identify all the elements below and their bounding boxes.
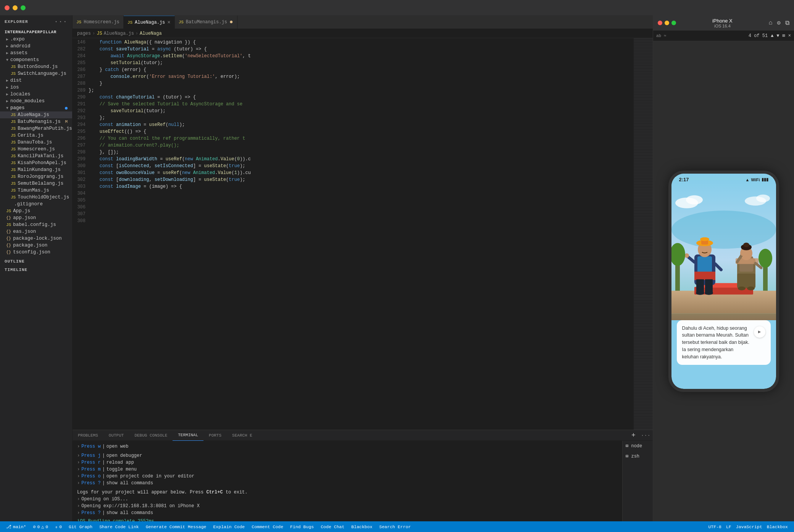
sidebar-item-pages[interactable]: ▼ pages [0,105,72,111]
panel-more-icon[interactable]: ··· [639,432,653,438]
minimap-content [634,38,653,430]
search-close-icon[interactable]: × [788,33,791,39]
statusbar-language[interactable]: JavaScript [734,524,765,529]
js-file-icon: JS [11,64,16,69]
statusbar-generate-commit[interactable]: Generate Commit Message [144,521,209,532]
new-terminal-button[interactable]: + [628,432,639,439]
sidebar-item-rorojonggrang[interactable]: JS RoroJonggrang.js [0,173,72,180]
panel-tab-ports[interactable]: PORTS [203,430,227,441]
terminal-session-zsh[interactable]: ⊞ zsh [623,451,653,461]
sidebar-item-semutbelalang[interactable]: JS SemutBelalang.js [0,180,72,187]
statusbar-search-error[interactable]: Search Error [377,521,413,532]
terminal-content[interactable]: › Press w | open web › Press j | open de… [73,441,622,521]
sidebar-item-kancilpaktani[interactable]: JS KancilPakTani.js [0,153,72,160]
statusbar-comment-code[interactable]: Comment Code [249,521,286,532]
sidebar-item-aluenaga[interactable]: JS AlueNaga.js [0,111,72,118]
sidebar-item-switchlanguage[interactable]: JS SwitchLanguage.js [0,70,72,77]
breadcrumb-aluenaga-file[interactable]: AlueNaga.js [104,31,134,36]
sidebar-item-danautoba[interactable]: JS DanauToba.js [0,139,72,146]
sidebar-item-dist[interactable]: ▶ dist [0,77,72,84]
blackbox-label: Blackbox [351,524,372,529]
js-file-icon: JS [11,113,16,117]
statusbar-code-chat[interactable]: Code Chat [318,521,347,532]
minimize-button[interactable] [13,5,18,10]
next-story-button[interactable]: ▶ [754,326,765,338]
sidebar-item-android[interactable]: ▶ android [0,43,72,50]
sidebar-item-packagejson[interactable]: {} package.json [0,242,72,249]
sidebar-item-appjs[interactable]: JS App.js [0,208,72,214]
sidebar-item-kisahphonapel[interactable]: JS KisahPohonApel.js [0,160,72,166]
camera-icon[interactable]: ⊙ [777,19,781,27]
statusbar-share-code-link[interactable]: Share Code Link [97,521,141,532]
statusbar-find-bugs[interactable]: Find Bugs [288,521,316,532]
search-down-icon[interactable]: ▼ [776,33,779,39]
sidebar-item-malinkundang[interactable]: JS MalinKundang.js [0,166,72,173]
code-line: // You can control the ref programmatica… [89,135,634,142]
iphone-status-bar: 2:17 ▲ WiFi ▮▮▮ [671,177,776,182]
terminal-session-node[interactable]: ⊞ node [623,441,653,451]
code-line: const owoBounceValue = useRef(new Animat… [89,169,634,176]
search-grid-icon[interactable]: ⊞ [783,33,785,39]
sidebar-item-packagelockjson[interactable]: {} package-lock.json [0,235,72,242]
svg-point-23 [738,287,746,290]
home-icon[interactable]: ⌂ [769,19,773,26]
bottom-panel: PROBLEMS OUTPUT DEBUG CONSOLE TERMINAL P… [73,430,653,521]
statusbar-git-graph[interactable]: Git Graph [66,521,95,532]
sidebar-item-expo[interactable]: ▶ .expo [0,36,72,43]
sidebar-item-easjson[interactable]: {} eas.json [0,228,72,235]
device-minimize-button[interactable] [665,21,669,25]
statusbar-blackbox[interactable]: Blackbox [349,521,374,532]
statusbar-explain-code[interactable]: Explain Code [211,521,247,532]
statusbar-branch[interactable]: ⎇ main* [4,521,29,532]
tab-label: BatuMenangis.js [186,19,227,25]
code-editor[interactable]: function AlueNaga({ navigation }) { cons… [89,38,634,430]
sidebar-item-batumenangis[interactable]: JS BatuMenangis.js M [0,118,72,125]
statusbar-warnings[interactable]: ₀ 0 [53,521,64,532]
sidebar-item-buttonsound[interactable]: JS ButtonSound.js [0,63,72,70]
panel-tab-debug[interactable]: DEBUG CONSOLE [129,430,173,441]
panel-tab-terminal[interactable]: TERMINAL [173,430,203,441]
sidebar-item-locales[interactable]: ▶ locales [0,91,72,98]
close-button[interactable] [5,5,10,10]
js-file-icon: JS [11,126,16,131]
code-line: }; [89,114,634,121]
breadcrumb-pages[interactable]: pages [77,31,91,36]
search-up-icon[interactable]: ▲ [771,33,773,39]
copy-icon[interactable]: ⧉ [785,19,789,27]
svg-rect-7 [694,272,715,280]
tab-homescreen[interactable]: JS Homescreen.js [73,16,124,29]
tab-close-icon[interactable]: × [167,19,170,26]
tab-aluenaga[interactable]: JS AlueNaga.js × [124,16,175,29]
sidebar-item-node-modules[interactable]: ▶ node_modules [0,98,72,105]
maximize-button[interactable] [21,5,26,10]
sidebar-item-homescreen[interactable]: JS Homescreen.js [0,146,72,153]
sidebar-item-label: .expo [10,37,25,42]
story-scene-svg [671,174,776,320]
js-file-icon: JS [11,119,16,124]
device-toolbar-icons: ⌂ ⊙ ⧉ [769,19,789,27]
statusbar-encoding[interactable]: UTF-8 [706,524,724,529]
device-close-button[interactable] [658,21,662,25]
sidebar-item-babelconfig[interactable]: JS babel.config.js [0,221,72,228]
sidebar-item-touchholdobject[interactable]: JS TouchHoldObject.js [0,194,72,201]
sidebar-item-components[interactable]: ▼ components [0,56,72,63]
sidebar-item-appjson[interactable]: {} app.json [0,214,72,221]
sidebar-item-bawangmerahputih[interactable]: JS BawangMerahPutih.js [0,125,72,132]
code-line: const saveTutorial = async (tutor) => { [89,46,634,53]
sidebar-item-gitignore[interactable]: .gitignore [0,201,72,208]
sidebar-item-timunmas[interactable]: JS TimunMas.js [0,187,72,194]
statusbar-errors[interactable]: ⊘ 0 △ 0 [31,521,51,532]
panel-tab-search[interactable]: SEARCH E [227,430,258,441]
device-maximize-button[interactable] [671,21,676,25]
breadcrumb-function[interactable]: AlueNaga [140,31,162,36]
sidebar-item-tsconfigjson[interactable]: {} tsconfig.json [0,249,72,256]
sidebar-item-assets[interactable]: ▶ assets [0,50,72,56]
statusbar-eol[interactable]: LF [724,524,734,529]
statusbar-blackbox-right[interactable]: Blackbox [765,524,790,529]
sidebar-item-cerita[interactable]: JS Cerita.js [0,132,72,139]
panel-tab-output[interactable]: OUTPUT [103,430,129,441]
sidebar-item-ios[interactable]: ▶ ios [0,84,72,91]
tab-batumenangis[interactable]: JS BatuMenangis.js ● [175,16,237,29]
panel-tab-problems[interactable]: PROBLEMS [73,430,103,441]
sidebar-more-icon[interactable]: ··· [54,18,68,25]
